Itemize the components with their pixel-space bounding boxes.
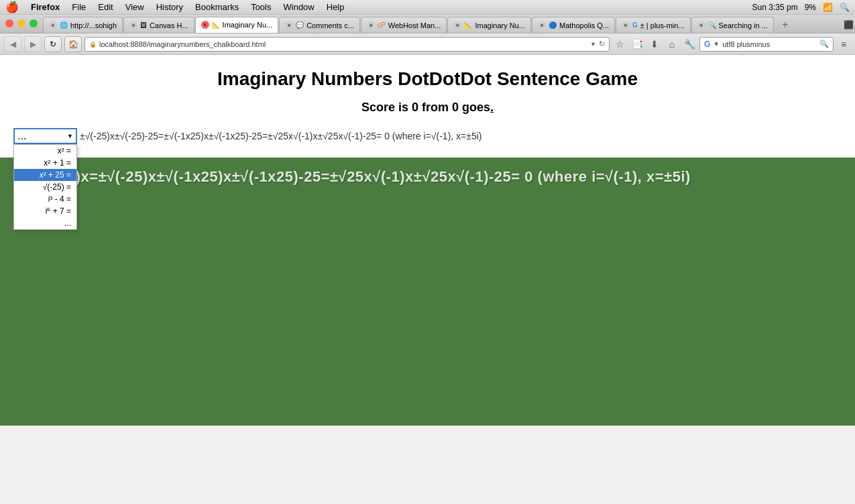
url-lock-icon: 🔒 [89, 41, 97, 48]
dropdown-option-i3minus4[interactable]: i³ - 4 = [14, 193, 76, 205]
url-text: localhost:8888/imaginarynumbers_chalkboa… [99, 40, 587, 48]
tab-expand-btn[interactable]: ⬛ [842, 17, 855, 33]
search-engine-label: G [704, 40, 710, 49]
dropdown-option-ellipsis[interactable]: ... [14, 217, 76, 229]
tab-5[interactable]: × cP WebHost Man... [361, 17, 447, 33]
tab-7[interactable]: × 🔵 Mathopolis Q... [532, 17, 615, 33]
search-text[interactable]: utf8 plusminus [722, 40, 817, 48]
tab-label-6: Imaginary Nu... [475, 21, 525, 29]
tab-favicon-9: 🔍 [708, 21, 716, 29]
dropdown-option-i6plus7[interactable]: i⁶ + 7 = [14, 205, 76, 217]
window-minimize-btn[interactable] [17, 19, 25, 27]
tab-label-3: Imaginary Nu... [223, 21, 273, 29]
url-dropdown-arrow[interactable]: ▼ [590, 41, 596, 48]
nav-home-icon[interactable]: ⌂ [665, 37, 679, 52]
chalk-equation: ... ±√(-25)x=±√(-25)x±√(-1x25)x±√(-1x25)… [13, 168, 691, 185]
nav-tools-icon[interactable]: 🔧 [682, 37, 697, 52]
navbar: ◀ ▶ ↻ 🏠 🔒 localhost:8888/imaginarynumber… [0, 34, 855, 55]
window-maximize-btn[interactable] [30, 19, 38, 27]
url-reload-icon[interactable]: ↻ [599, 40, 605, 48]
tab-favicon-6: 📐 [464, 21, 472, 29]
search-dropdown-arrow[interactable]: ▼ [713, 40, 720, 48]
dropdown-option-x2plus1[interactable]: x² + 1 = [14, 157, 76, 169]
tab-1[interactable]: × 🌐 http://...sohigh [43, 17, 123, 33]
tab-label-8: ± | plus-min... [640, 21, 685, 29]
tab-label-9: Searching in ... [719, 21, 768, 29]
home-btn[interactable]: 🏠 [64, 36, 82, 52]
tab-favicon-1: 🌐 [60, 21, 68, 29]
tab-label-1: http://...sohigh [70, 21, 117, 29]
tab-3[interactable]: × 📐 Imaginary Nu... [195, 17, 279, 33]
menu-firefox[interactable]: Firefox [25, 0, 65, 15]
tab-close-6[interactable]: × [453, 21, 461, 29]
tab-close-9[interactable]: × [697, 21, 705, 29]
forward-btn[interactable]: ▶ [24, 36, 42, 52]
bookmark-list-btn[interactable]: 📑 [630, 37, 644, 52]
wifi-icon: 📶 [823, 3, 833, 12]
window-close-btn[interactable] [5, 19, 13, 27]
tab-favicon-3: 📐 [212, 21, 220, 29]
tab-favicon-8: G [632, 21, 638, 29]
tab-label-5: WebHost Man... [388, 21, 441, 29]
reload-btn[interactable]: ↻ [44, 36, 62, 52]
tab-label-7: Mathopolis Q... [559, 21, 609, 29]
equation-text: ±√(-25)x±√(-25)-25=±√(-1x25)x±√(-1x25)-2… [77, 128, 481, 144]
menu-file[interactable]: File [66, 0, 91, 15]
dropdown-arrow-icon: ▼ [67, 133, 73, 139]
bookmark-star-btn[interactable]: ☆ [612, 37, 627, 52]
dropdown-current-value: ... [17, 130, 26, 142]
url-bar[interactable]: 🔒 localhost:8888/imaginarynumbers_chalkb… [84, 37, 610, 52]
apple-menu[interactable]: 🍎 [5, 1, 19, 13]
tab-favicon-2: 🖼 [140, 21, 147, 29]
dropdown-option-x2plus25[interactable]: x² + 25 = [14, 169, 76, 181]
back-btn[interactable]: ◀ [4, 36, 21, 52]
tab-6[interactable]: × 📐 Imaginary Nu... [447, 17, 531, 33]
search-icon[interactable]: 🔍 [819, 40, 829, 48]
equation-area: ... ▼ x² = x² + 1 = x² + 25 = √(-25) = i… [13, 128, 842, 144]
time-display: Sun 3:35 pm [752, 3, 798, 12]
tab-close-1[interactable]: × [49, 21, 57, 29]
tab-label-4: Comments c... [306, 21, 354, 29]
problem-dropdown-wrapper: ... ▼ x² = x² + 1 = x² + 25 = √(-25) = i… [13, 128, 77, 144]
menubar: 🍎 Firefox File Edit View History Bookmar… [0, 0, 855, 15]
menu-bookmarks[interactable]: Bookmarks [190, 0, 244, 15]
tab-close-2[interactable]: × [129, 21, 137, 29]
page-content: Imaginary Numbers DotDotDot Sentence Gam… [0, 55, 855, 158]
dropdown-list: x² = x² + 1 = x² + 25 = √(-25) = i³ - 4 … [13, 144, 77, 230]
menu-window[interactable]: Window [278, 0, 320, 15]
menu-tools[interactable]: Tools [245, 0, 276, 15]
tab-2[interactable]: × 🖼 Canvas H... [123, 17, 194, 33]
dropdown-selected[interactable]: ... ▼ [13, 128, 77, 144]
tab-label-2: Canvas H... [150, 21, 188, 29]
score-display: Score is 0 from 0 goes. [13, 101, 842, 115]
battery-display: 9% [805, 3, 816, 12]
tab-close-8[interactable]: × [622, 21, 630, 29]
tab-4[interactable]: × 💬 Comments c... [279, 17, 360, 33]
download-btn[interactable]: ⬇ [647, 37, 662, 52]
score-dot: . [490, 101, 494, 114]
tab-close-5[interactable]: × [367, 21, 375, 29]
menu-help[interactable]: Help [321, 0, 350, 15]
tab-9[interactable]: × 🔍 Searching in ... [691, 17, 774, 33]
dropdown-option-sqrt-25[interactable]: √(-25) = [14, 181, 76, 193]
menu-view[interactable]: View [120, 0, 150, 15]
tab-8[interactable]: × G ± | plus-min... [616, 17, 691, 33]
new-tab-btn[interactable]: + [777, 17, 793, 33]
tab-close-4[interactable]: × [285, 21, 293, 29]
search-bar[interactable]: G ▼ utf8 plusminus 🔍 [699, 37, 834, 52]
tab-favicon-4: 💬 [296, 21, 304, 29]
tab-close-3[interactable]: × [201, 21, 209, 29]
menu-history[interactable]: History [151, 0, 188, 15]
dropdown-option-x2[interactable]: x² = [14, 145, 76, 157]
search-menubar-icon[interactable]: 🔍 [840, 3, 850, 12]
page-title: Imaginary Numbers DotDotDot Sentence Gam… [13, 68, 842, 90]
tab-close-7[interactable]: × [538, 21, 546, 29]
tab-favicon-7: 🔵 [549, 21, 557, 29]
tab-favicon-5: cP [378, 21, 386, 29]
menu-edit[interactable]: Edit [93, 0, 118, 15]
nav-more-btn[interactable]: ≡ [836, 37, 851, 52]
chalkboard: ... ±√(-25)x=±√(-25)x±√(-1x25)x±√(-1x25)… [0, 158, 855, 426]
